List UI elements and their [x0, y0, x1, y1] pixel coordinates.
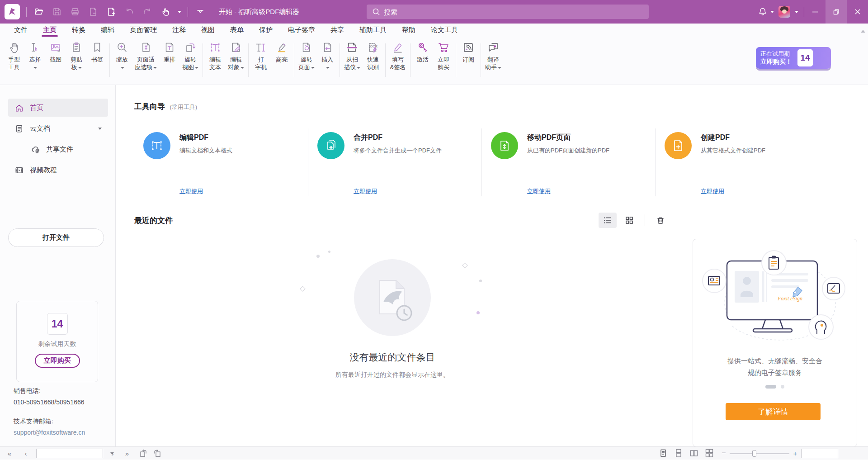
carousel-dot-active[interactable]: [765, 385, 776, 389]
search-bar[interactable]: [367, 5, 649, 19]
tool-rotate-pages[interactable]: 旋转 页面: [296, 40, 317, 71]
touch-mode-caret-icon[interactable]: [178, 11, 181, 13]
carousel-dot[interactable]: [781, 385, 784, 389]
tool-snapshot[interactable]: 截图: [45, 40, 66, 63]
tool-bookmark[interactable]: 书签: [87, 40, 108, 63]
use-now-link[interactable]: 立即使用: [527, 187, 551, 195]
menu-accessibility[interactable]: 辅助工具: [352, 24, 394, 37]
clear-recent-trash-button[interactable]: [651, 213, 670, 228]
tool-edit-object[interactable]: 编辑 对象: [226, 40, 246, 71]
account-caret-icon[interactable]: [795, 11, 798, 13]
tool-rotate-view[interactable]: 旋转 视图: [180, 40, 201, 71]
tool-buy-now[interactable]: 立即 购买: [433, 40, 454, 71]
tool-page-fit[interactable]: 页面适 应选项: [132, 40, 159, 71]
menu-convert[interactable]: 转换: [64, 24, 93, 37]
single-page-view-button[interactable]: [656, 447, 670, 460]
customize-toolbar-icon[interactable]: [194, 6, 206, 18]
delete-pages-icon[interactable]: [87, 6, 99, 18]
redo-icon[interactable]: [142, 6, 153, 18]
trial-banner[interactable]: 正在试用期 立即购买！ 14: [756, 47, 831, 69]
tool-zoom[interactable]: 缩放: [112, 40, 132, 71]
menu-view[interactable]: 视图: [193, 24, 222, 37]
restore-button[interactable]: [826, 0, 847, 24]
previous-page-button[interactable]: ‹: [20, 447, 32, 460]
zoom-slider-thumb[interactable]: [752, 450, 756, 457]
tool-clipboard[interactable]: 剪贴 板: [66, 40, 87, 71]
toolbar-separator: [340, 43, 340, 77]
last-page-button[interactable]: »: [121, 447, 133, 460]
use-now-link[interactable]: 立即使用: [179, 187, 203, 195]
tool-reflow[interactable]: 重排: [159, 40, 180, 63]
menu-edit[interactable]: 编辑: [93, 24, 122, 37]
ocr-icon: OCR: [366, 41, 380, 54]
menu-home[interactable]: 主页: [35, 24, 64, 37]
tool-translate[interactable]: A 翻译 助手: [483, 40, 504, 71]
menu-protect[interactable]: 保护: [251, 24, 280, 37]
video-tutorial-icon: [14, 166, 24, 175]
menu-help[interactable]: 帮助: [394, 24, 423, 37]
zoom-in-button[interactable]: +: [790, 447, 800, 460]
dropdown-caret-icon: [121, 67, 124, 69]
minimize-button[interactable]: [804, 0, 826, 24]
zoom-slider-track[interactable]: [730, 453, 789, 454]
zoom-value-input[interactable]: [802, 450, 838, 458]
menu-comment[interactable]: 注释: [165, 24, 193, 37]
menu-esign[interactable]: 电子签章: [280, 24, 323, 37]
zoom-out-button[interactable]: −: [719, 447, 729, 460]
learn-more-button[interactable]: 了解详情: [726, 403, 821, 420]
sidebar-item-home[interactable]: 首页: [8, 99, 108, 117]
scrollbar-up-arrow[interactable]: [861, 30, 865, 33]
edit-pdf-icon: [143, 132, 170, 159]
rotate-right-button[interactable]: [151, 447, 164, 460]
buy-now-button[interactable]: 立即购买: [35, 354, 80, 368]
menu-share[interactable]: 共享: [323, 24, 352, 37]
sparkle: [328, 251, 330, 253]
tool-typewriter[interactable]: 打 字机: [250, 40, 271, 71]
support-email-link[interactable]: support@foxitsoftware.cn: [14, 429, 85, 436]
sidebar-item-cloud-docs[interactable]: 云文档: [8, 119, 108, 138]
tool-fill-sign[interactable]: 填写 &签名: [387, 40, 408, 71]
menu-form[interactable]: 表单: [222, 24, 251, 37]
print-icon[interactable]: [69, 6, 81, 18]
tool-edit-text[interactable]: 编辑 文本: [205, 40, 226, 71]
open-file-button[interactable]: 打开文件: [8, 228, 104, 247]
tool-insert-pages[interactable]: 插入: [317, 40, 338, 71]
sidebar-item-shared-files[interactable]: 共享文件: [8, 140, 108, 158]
search-input[interactable]: [384, 8, 643, 16]
menu-paper-tools[interactable]: 论文工具: [423, 24, 466, 37]
notifications-bell-icon[interactable]: [757, 6, 769, 18]
edit-object-icon: [229, 41, 243, 54]
menu-file[interactable]: 文件: [6, 24, 35, 37]
next-page-button[interactable]: ›: [107, 447, 118, 460]
sidebar-item-video-tutorials[interactable]: 视频教程: [8, 161, 108, 179]
facing-view-button[interactable]: [687, 447, 701, 460]
tool-select[interactable]: 选择: [24, 40, 45, 71]
continuous-view-button[interactable]: [672, 447, 685, 460]
use-now-link[interactable]: 立即使用: [701, 187, 724, 195]
grid-view-button[interactable]: [620, 213, 638, 228]
close-button[interactable]: [847, 0, 868, 24]
tool-subscribe[interactable]: 订阅: [458, 40, 479, 63]
rotate-left-button[interactable]: [137, 447, 149, 460]
tool-hand[interactable]: 手型 工具: [4, 40, 24, 71]
list-view-button[interactable]: [599, 213, 617, 228]
open-file-icon[interactable]: [33, 6, 45, 18]
tool-activate[interactable]: 激活: [412, 40, 433, 63]
tool-highlight[interactable]: 高亮: [271, 40, 292, 63]
menu-page-organize[interactable]: 页面管理: [122, 24, 165, 37]
touch-mode-icon[interactable]: [160, 6, 171, 18]
expand-caret-icon[interactable]: [98, 128, 102, 130]
insert-pages-icon[interactable]: [105, 6, 117, 18]
undo-icon[interactable]: [123, 6, 135, 18]
tool-from-scanner[interactable]: 从扫 描仪: [342, 40, 363, 71]
user-avatar[interactable]: [778, 6, 790, 18]
continuous-facing-view-button[interactable]: [703, 447, 716, 460]
toolbar-separator: [294, 43, 294, 77]
page-number-input[interactable]: [37, 451, 110, 457]
tool-ocr[interactable]: OCR 快速 识别: [363, 40, 383, 71]
save-icon[interactable]: [51, 6, 63, 18]
card-merge-pdf: 合并PDF 将多个文件合并生成一个PDF文件 立即使用: [308, 128, 481, 196]
use-now-link[interactable]: 立即使用: [354, 187, 377, 195]
notifications-caret-icon[interactable]: [770, 11, 774, 13]
first-page-button[interactable]: «: [4, 447, 15, 460]
